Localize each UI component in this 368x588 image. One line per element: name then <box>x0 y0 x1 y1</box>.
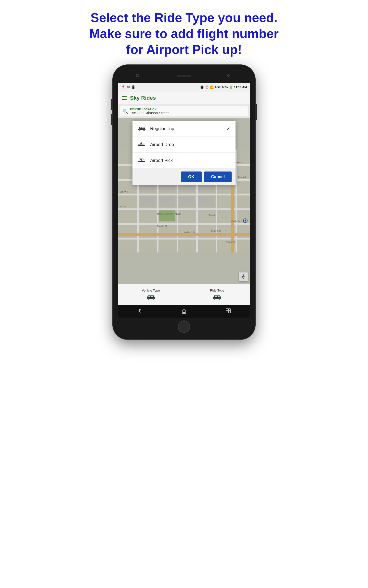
ride-type-tab[interactable]: Ride Type <box>184 284 250 305</box>
instruction-line1: Select the Ride Type you need. <box>91 11 277 25</box>
instruction-line3: for Airport Pick up! <box>126 42 242 57</box>
ride-type-label: Ride Type <box>210 289 224 292</box>
phone-shell: 📍 ✉ 📱 📳 ⏰ 📶 4GE 65% 🔋 11:13 AM Sky Ride <box>113 65 255 339</box>
phone-top-bar <box>116 69 252 83</box>
svg-rect-64 <box>183 312 185 313</box>
svg-point-55 <box>153 298 154 300</box>
dialog-overlay: Regular Trip ✓ Airport Drop <box>118 118 250 284</box>
plane-landing-icon <box>137 157 146 164</box>
svg-rect-57 <box>151 296 153 297</box>
status-icons-right: 📳 ⏰ 📶 4GE 65% 🔋 11:13 AM <box>200 86 247 89</box>
mail-status-icon: ✉ <box>127 85 130 89</box>
plane-takeoff-icon <box>137 141 146 148</box>
status-icons-left: 📍 ✉ 📱 <box>121 85 135 89</box>
volume-up-button[interactable] <box>111 99 113 110</box>
ok-button[interactable]: OK <box>181 172 202 182</box>
battery-icon: 🔋 <box>229 86 233 89</box>
phone-status-icon: 📱 <box>131 85 135 89</box>
bottom-tabs: Vehicle Type Ride Type <box>118 284 250 305</box>
pickup-label: PICKUP LOCATION <box>130 108 169 111</box>
phone-screen: 📍 ✉ 📱 📳 ⏰ 📶 4GE 65% 🔋 11:13 AM Sky Ride <box>118 83 250 318</box>
dialog-option-airport-drop[interactable]: Airport Drop <box>132 137 236 153</box>
hamburger-line1 <box>122 96 127 97</box>
svg-rect-45 <box>140 127 142 129</box>
header-instruction: Select the Ride Type you need. Make sure… <box>88 10 280 58</box>
hamburger-menu-button[interactable] <box>122 96 127 100</box>
vehicle-type-label: Vehicle Type <box>142 289 160 292</box>
dialog-option-airport-drop-label: Airport Drop <box>150 142 231 147</box>
dialog-button-area: OK Cancel <box>132 169 236 185</box>
svg-point-44 <box>143 129 145 131</box>
pickup-info: PICKUP LOCATION 155-399 Stimson Street <box>130 108 169 115</box>
svg-point-59 <box>214 298 215 300</box>
vehicle-type-car-icon <box>146 294 156 301</box>
svg-rect-46 <box>142 127 144 129</box>
svg-point-43 <box>139 129 140 131</box>
svg-rect-66 <box>228 309 230 311</box>
vehicle-type-tab[interactable]: Vehicle Type <box>118 284 184 305</box>
back-button[interactable] <box>137 308 143 315</box>
instruction-line2: Make sure to add flight number <box>89 26 278 41</box>
pickup-address: 155-399 Stimson Street <box>130 111 169 115</box>
speaker <box>177 75 191 77</box>
ride-type-dialog: Regular Trip ✓ Airport Drop <box>132 121 236 185</box>
dialog-option-airport-pick[interactable]: Airport Pick <box>132 153 236 169</box>
status-bar: 📍 ✉ 📱 📳 ⏰ 📶 4GE 65% 🔋 11:13 AM <box>118 83 250 92</box>
dialog-option-regular[interactable]: Regular Trip ✓ <box>132 121 236 137</box>
front-camera-right <box>227 74 230 77</box>
cancel-button[interactable]: Cancel <box>204 172 232 182</box>
hamburger-line2 <box>122 98 127 98</box>
hamburger-line3 <box>122 99 127 100</box>
location-status-icon: 📍 <box>121 85 125 89</box>
svg-point-54 <box>148 298 149 300</box>
recent-apps-button[interactable] <box>225 308 231 315</box>
home-button[interactable] <box>181 308 187 315</box>
dialog-option-regular-label: Regular Trip <box>150 126 222 131</box>
svg-rect-68 <box>226 311 228 313</box>
svg-rect-67 <box>228 311 230 313</box>
wifi-icon: 📶 <box>210 86 214 89</box>
search-bar: 🔍 PICKUP LOCATION 155-399 Stimson Street <box>118 104 250 118</box>
svg-rect-62 <box>218 296 220 297</box>
map-area: W Willis St Beaubien St Brush St 3rd Ave… <box>118 118 250 284</box>
alarm-icon: ⏰ <box>205 86 209 89</box>
ride-type-car-icon <box>212 294 222 301</box>
signal-strength: 4GE <box>215 86 221 89</box>
nav-bar <box>118 305 250 318</box>
dialog-option-airport-pick-label: Airport Pick <box>150 158 231 163</box>
home-circle-button[interactable] <box>178 320 190 333</box>
front-camera <box>136 74 139 77</box>
svg-rect-65 <box>226 309 228 311</box>
battery-percent: 65% <box>222 86 228 89</box>
search-input-container[interactable]: 🔍 PICKUP LOCATION 155-399 Stimson Street <box>120 106 248 116</box>
svg-point-60 <box>219 298 220 300</box>
time-display: 11:13 AM <box>234 86 247 89</box>
volume-down-button[interactable] <box>111 114 113 125</box>
svg-rect-61 <box>215 296 217 297</box>
car-icon <box>137 125 146 132</box>
svg-rect-56 <box>148 296 150 297</box>
search-icon: 🔍 <box>123 109 128 114</box>
app-header: Sky Rides <box>118 92 250 104</box>
vibrate-icon: 📳 <box>200 86 204 89</box>
selected-checkmark: ✓ <box>226 125 231 132</box>
app-title: Sky Rides <box>130 95 156 101</box>
power-button[interactable] <box>255 104 257 120</box>
